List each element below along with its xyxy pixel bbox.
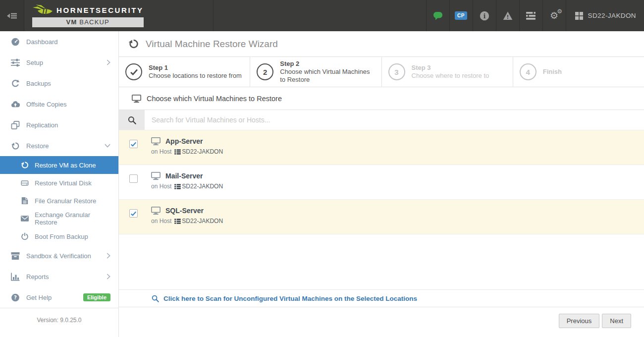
host-list-icon xyxy=(174,184,181,189)
wizard-steps: Step 1 Choose locations to restore from … xyxy=(119,57,644,87)
question-circle-icon xyxy=(11,293,20,302)
version-text: Version: 9.0.25.0 xyxy=(0,308,118,324)
sidebar-subitem-restore-virtual-disk[interactable]: Restore Virtual Disk xyxy=(0,174,118,192)
wizard-step-finish[interactable]: 4 Finish xyxy=(513,57,644,87)
vm-row-sql-server[interactable]: SQL-Server on Host SD22-JAKDON xyxy=(119,200,644,234)
wizard-step-1[interactable]: Step 1 Choose locations to restore from xyxy=(119,57,250,87)
server-stack-icon xyxy=(526,12,536,20)
sidebar-subitem-file-granular-restore[interactable]: File Granular Restore xyxy=(0,192,118,210)
sidebar-collapse-button[interactable] xyxy=(0,0,24,31)
monitor-icon xyxy=(132,95,141,103)
sidebar-item-setup[interactable]: Setup xyxy=(0,52,118,73)
refresh-icon xyxy=(11,79,20,88)
previous-button[interactable]: Previous xyxy=(559,314,600,328)
current-host-menu[interactable]: SD22-JAKDON xyxy=(566,0,644,31)
clone-icon xyxy=(11,121,20,129)
sidebar-item-offsite-copies[interactable]: Offsite Copies xyxy=(0,94,118,114)
hornet-logo-icon xyxy=(32,4,53,16)
chevron-right-icon xyxy=(107,274,110,280)
sidebar-subitem-label: Restore VM as Clone xyxy=(35,162,96,169)
search-icon xyxy=(128,116,136,124)
check-icon xyxy=(131,211,136,216)
vm-checkbox[interactable] xyxy=(129,174,138,183)
file-icon xyxy=(21,197,29,205)
brand-logo: HORNETSECURITY VM BACKUP xyxy=(32,4,144,27)
sidebar-item-label: Offsite Copies xyxy=(26,101,110,108)
collapse-menu-icon xyxy=(5,11,18,21)
top-bar: HORNETSECURITY VM BACKUP CP ⚙⚙ SD22-JAKD… xyxy=(0,0,644,31)
host-list-icon xyxy=(174,149,181,155)
step-label: Step 2 xyxy=(280,60,374,68)
brand-name: HORNETSECURITY xyxy=(56,6,144,14)
sidebar-subitem-label: Restore Virtual Disk xyxy=(35,179,92,187)
sidebar-item-label: Backups xyxy=(26,80,110,87)
monitor-icon xyxy=(151,207,161,215)
sidebar: Dashboard Setup Backups Offsite Copies R… xyxy=(0,31,119,337)
sidebar-item-label: Reports xyxy=(26,273,107,281)
vm-name: Mail-Server xyxy=(165,172,203,180)
sliders-icon xyxy=(11,58,20,67)
gears-icon: ⚙⚙ xyxy=(550,11,558,20)
step-3-circle: 3 xyxy=(388,63,405,80)
next-button[interactable]: Next xyxy=(602,314,631,328)
envelope-icon xyxy=(21,215,29,223)
step-4-circle: 4 xyxy=(520,63,537,80)
wizard-footer: Previous Next xyxy=(119,307,644,337)
step-label: Step 3 xyxy=(412,64,489,72)
bar-chart-icon xyxy=(11,273,20,281)
warning-icon xyxy=(503,11,513,21)
check-icon xyxy=(130,69,138,75)
sidebar-subitem-label: File Granular Restore xyxy=(35,197,96,205)
wizard-header: Virtual Machine Restore Wizard xyxy=(119,31,644,57)
restore-icon xyxy=(128,39,139,49)
control-panel-button[interactable]: CP xyxy=(449,0,473,31)
wizard-step-2[interactable]: 2 Step 2 Choose which Virtual Machines t… xyxy=(250,57,381,87)
sidebar-subitem-label: Boot From Backup xyxy=(35,233,88,240)
scan-unconfigured-link-row[interactable]: Click here to Scan for Unconfigured Virt… xyxy=(119,289,644,307)
vm-row-mail-server[interactable]: Mail-Server on Host SD22-JAKDON xyxy=(119,165,644,200)
scan-unconfigured-link[interactable]: Click here to Scan for Unconfigured Virt… xyxy=(163,295,417,302)
feedback-button[interactable] xyxy=(426,0,449,31)
hosts-button[interactable] xyxy=(519,0,542,31)
chevron-right-icon xyxy=(107,59,110,65)
restore-icon xyxy=(21,161,29,169)
sidebar-subitem-boot-from-backup[interactable]: Boot From Backup xyxy=(0,227,118,245)
sidebar-item-backups[interactable]: Backups xyxy=(0,73,118,94)
search-bar xyxy=(119,110,644,130)
main-content: Virtual Machine Restore Wizard Step 1 Ch… xyxy=(119,31,644,337)
section-header: Choose which Virtual Machines to Restore xyxy=(119,87,644,110)
search-input[interactable] xyxy=(145,110,644,130)
vm-row-app-server[interactable]: App-Server on Host SD22-JAKDON xyxy=(119,130,644,165)
step-label: Step 1 xyxy=(149,64,242,72)
vm-checkbox[interactable] xyxy=(129,209,138,218)
sidebar-item-replication[interactable]: Replication xyxy=(0,114,118,135)
chat-bubble-icon xyxy=(433,11,443,21)
info-button[interactable] xyxy=(473,0,496,31)
vm-host-label: on Host xyxy=(151,218,171,225)
vm-name: App-Server xyxy=(165,137,203,145)
settings-button[interactable]: ⚙⚙ xyxy=(542,0,566,31)
alerts-button[interactable] xyxy=(496,0,519,31)
monitor-icon xyxy=(151,172,161,180)
sidebar-subitem-exchange-granular-restore[interactable]: Exchange Granular Restore xyxy=(0,210,118,227)
sidebar-item-dashboard[interactable]: Dashboard xyxy=(0,31,118,52)
sidebar-subitem-restore-vm-as-clone[interactable]: Restore VM as Clone xyxy=(0,156,118,174)
hard-drive-icon xyxy=(21,179,29,187)
search-icon-box xyxy=(119,110,145,130)
sidebar-item-get-help[interactable]: Get Help Eligible xyxy=(0,287,118,308)
sidebar-item-sandbox-verification[interactable]: Sandbox & Verification xyxy=(0,245,118,266)
sidebar-item-reports[interactable]: Reports xyxy=(0,266,118,287)
chevron-right-icon xyxy=(107,253,110,259)
step-2-circle: 2 xyxy=(257,63,273,80)
sidebar-item-label: Sandbox & Verification xyxy=(26,252,107,260)
section-title: Choose which Virtual Machines to Restore xyxy=(147,95,282,103)
eligible-badge: Eligible xyxy=(83,293,110,301)
sidebar-item-label: Replication xyxy=(26,121,110,129)
wizard-step-3[interactable]: 3 Step 3 Choose where to restore to xyxy=(382,57,513,87)
vm-checkbox[interactable] xyxy=(129,140,138,148)
sidebar-item-label: Dashboard xyxy=(26,38,110,46)
step-1-circle xyxy=(125,63,142,80)
sidebar-item-restore[interactable]: Restore xyxy=(0,135,118,156)
brand-area[interactable]: HORNETSECURITY VM BACKUP xyxy=(24,0,214,31)
vm-host-name: SD22-JAKDON xyxy=(182,218,223,225)
